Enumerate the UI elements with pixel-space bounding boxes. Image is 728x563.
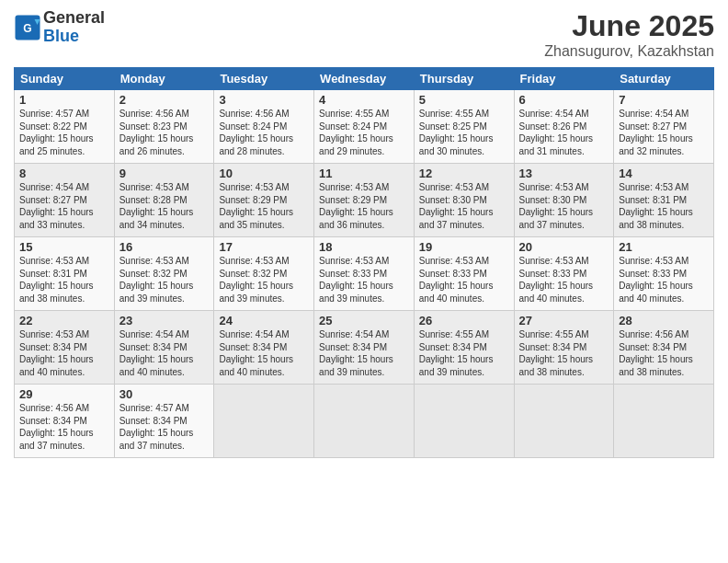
day-info: Sunrise: 4:53 AMSunset: 8:33 PMDaylight:…: [619, 256, 693, 304]
header: G General Blue June 2025 Zhansugurov, Ka…: [14, 9, 714, 60]
table-row: 27 Sunrise: 4:55 AMSunset: 8:34 PMDaylig…: [514, 311, 614, 385]
day-number: 13: [519, 167, 609, 180]
table-row: 26 Sunrise: 4:55 AMSunset: 8:34 PMDaylig…: [414, 311, 514, 385]
day-info: Sunrise: 4:55 AMSunset: 8:25 PMDaylight:…: [419, 109, 494, 156]
day-number: 2: [119, 93, 210, 107]
table-row: 9 Sunrise: 4:53 AMSunset: 8:28 PMDayligh…: [114, 164, 214, 237]
day-info: Sunrise: 4:53 AMSunset: 8:32 PMDaylight:…: [119, 256, 194, 304]
table-row: 24 Sunrise: 4:54 AMSunset: 8:34 PMDaylig…: [214, 311, 314, 385]
table-row: 16 Sunrise: 4:53 AMSunset: 8:32 PMDaylig…: [114, 237, 214, 311]
day-number: 20: [519, 240, 609, 254]
day-info: Sunrise: 4:53 AMSunset: 8:33 PMDaylight:…: [319, 256, 393, 304]
day-info: Sunrise: 4:54 AMSunset: 8:27 PMDaylight:…: [619, 109, 693, 156]
day-number: 3: [219, 93, 309, 107]
table-row: 21 Sunrise: 4:53 AMSunset: 8:33 PMDaylig…: [614, 237, 714, 311]
day-info: Sunrise: 4:53 AMSunset: 8:31 PMDaylight:…: [19, 256, 94, 304]
day-info: Sunrise: 4:55 AMSunset: 8:34 PMDaylight:…: [519, 329, 594, 377]
day-number: 8: [19, 167, 109, 180]
day-number: 27: [519, 314, 609, 327]
day-number: 6: [519, 93, 609, 107]
table-row: 3 Sunrise: 4:56 AMSunset: 8:24 PMDayligh…: [214, 90, 314, 164]
calendar-week-row: 1 Sunrise: 4:57 AMSunset: 8:22 PMDayligh…: [15, 90, 714, 164]
day-number: 19: [419, 240, 509, 254]
table-row: 14 Sunrise: 4:53 AMSunset: 8:31 PMDaylig…: [614, 164, 714, 237]
day-number: 1: [19, 93, 109, 107]
col-tuesday: Tuesday: [214, 68, 314, 90]
day-number: 30: [119, 387, 210, 401]
table-row: 7 Sunrise: 4:54 AMSunset: 8:27 PMDayligh…: [614, 90, 714, 164]
table-row: [414, 385, 514, 458]
day-number: 24: [219, 314, 309, 327]
day-info: Sunrise: 4:53 AMSunset: 8:33 PMDaylight:…: [419, 256, 494, 304]
table-row: [614, 385, 714, 458]
day-number: 16: [119, 240, 210, 254]
calendar-week-row: 8 Sunrise: 4:54 AMSunset: 8:27 PMDayligh…: [15, 164, 714, 237]
day-info: Sunrise: 4:57 AMSunset: 8:34 PMDaylight:…: [119, 403, 194, 451]
day-info: Sunrise: 4:54 AMSunset: 8:34 PMDaylight:…: [119, 329, 194, 377]
day-info: Sunrise: 4:56 AMSunset: 8:34 PMDaylight:…: [19, 403, 94, 451]
table-row: 28 Sunrise: 4:56 AMSunset: 8:34 PMDaylig…: [614, 311, 714, 385]
logo-general: General: [43, 8, 105, 27]
main-title: June 2025: [544, 9, 714, 43]
table-row: 30 Sunrise: 4:57 AMSunset: 8:34 PMDaylig…: [114, 385, 214, 458]
calendar-table: Sunday Monday Tuesday Wednesday Thursday…: [14, 67, 714, 458]
day-info: Sunrise: 4:53 AMSunset: 8:28 PMDaylight:…: [119, 182, 194, 230]
day-info: Sunrise: 4:53 AMSunset: 8:31 PMDaylight:…: [619, 182, 693, 230]
day-info: Sunrise: 4:53 AMSunset: 8:30 PMDaylight:…: [419, 182, 494, 230]
day-info: Sunrise: 4:56 AMSunset: 8:24 PMDaylight:…: [219, 109, 293, 156]
day-number: 23: [119, 314, 210, 327]
logo-text: General Blue: [43, 9, 105, 46]
day-number: 18: [319, 240, 409, 254]
table-row: 20 Sunrise: 4:53 AMSunset: 8:33 PMDaylig…: [514, 237, 614, 311]
day-info: Sunrise: 4:56 AMSunset: 8:23 PMDaylight:…: [119, 109, 194, 156]
day-info: Sunrise: 4:55 AMSunset: 8:34 PMDaylight:…: [419, 329, 494, 377]
table-row: 10 Sunrise: 4:53 AMSunset: 8:29 PMDaylig…: [214, 164, 314, 237]
table-row: 12 Sunrise: 4:53 AMSunset: 8:30 PMDaylig…: [414, 164, 514, 237]
logo: G General Blue: [14, 9, 105, 46]
day-info: Sunrise: 4:53 AMSunset: 8:29 PMDaylight:…: [319, 182, 393, 230]
day-number: 5: [419, 93, 509, 107]
table-row: 17 Sunrise: 4:53 AMSunset: 8:32 PMDaylig…: [214, 237, 314, 311]
table-row: [314, 385, 415, 458]
table-row: 29 Sunrise: 4:56 AMSunset: 8:34 PMDaylig…: [15, 385, 115, 458]
day-number: 11: [319, 167, 409, 180]
day-number: 21: [619, 240, 709, 254]
day-info: Sunrise: 4:54 AMSunset: 8:34 PMDaylight:…: [319, 329, 393, 377]
day-number: 26: [419, 314, 509, 327]
day-info: Sunrise: 4:55 AMSunset: 8:24 PMDaylight:…: [319, 109, 393, 156]
day-info: Sunrise: 4:53 AMSunset: 8:29 PMDaylight:…: [219, 182, 293, 230]
day-number: 29: [19, 387, 109, 401]
col-wednesday: Wednesday: [314, 68, 415, 90]
page: G General Blue June 2025 Zhansugurov, Ka…: [0, 0, 728, 563]
table-row: 4 Sunrise: 4:55 AMSunset: 8:24 PMDayligh…: [314, 90, 415, 164]
table-row: 2 Sunrise: 4:56 AMSunset: 8:23 PMDayligh…: [114, 90, 214, 164]
day-info: Sunrise: 4:53 AMSunset: 8:33 PMDaylight:…: [519, 256, 594, 304]
day-number: 4: [319, 93, 409, 107]
table-row: 13 Sunrise: 4:53 AMSunset: 8:30 PMDaylig…: [514, 164, 614, 237]
table-row: 1 Sunrise: 4:57 AMSunset: 8:22 PMDayligh…: [15, 90, 115, 164]
table-row: 8 Sunrise: 4:54 AMSunset: 8:27 PMDayligh…: [15, 164, 115, 237]
day-number: 10: [219, 167, 309, 180]
table-row: 25 Sunrise: 4:54 AMSunset: 8:34 PMDaylig…: [314, 311, 415, 385]
day-number: 14: [619, 167, 709, 180]
day-info: Sunrise: 4:56 AMSunset: 8:34 PMDaylight:…: [619, 329, 693, 377]
col-sunday: Sunday: [15, 68, 115, 90]
day-number: 9: [119, 167, 210, 180]
table-row: 18 Sunrise: 4:53 AMSunset: 8:33 PMDaylig…: [314, 237, 415, 311]
title-block: June 2025 Zhansugurov, Kazakhstan: [544, 9, 714, 60]
calendar-week-row: 22 Sunrise: 4:53 AMSunset: 8:34 PMDaylig…: [15, 311, 714, 385]
col-saturday: Saturday: [614, 68, 714, 90]
table-row: 22 Sunrise: 4:53 AMSunset: 8:34 PMDaylig…: [15, 311, 115, 385]
subtitle: Zhansugurov, Kazakhstan: [544, 43, 714, 60]
day-number: 28: [619, 314, 709, 327]
day-info: Sunrise: 4:53 AMSunset: 8:30 PMDaylight:…: [519, 182, 594, 230]
day-number: 17: [219, 240, 309, 254]
svg-text:G: G: [23, 21, 31, 34]
calendar-header-row: Sunday Monday Tuesday Wednesday Thursday…: [15, 68, 714, 90]
logo-icon: G: [14, 14, 41, 41]
logo-blue: Blue: [43, 27, 79, 45]
day-info: Sunrise: 4:54 AMSunset: 8:34 PMDaylight:…: [219, 329, 293, 377]
col-thursday: Thursday: [414, 68, 514, 90]
col-friday: Friday: [514, 68, 614, 90]
table-row: 5 Sunrise: 4:55 AMSunset: 8:25 PMDayligh…: [414, 90, 514, 164]
